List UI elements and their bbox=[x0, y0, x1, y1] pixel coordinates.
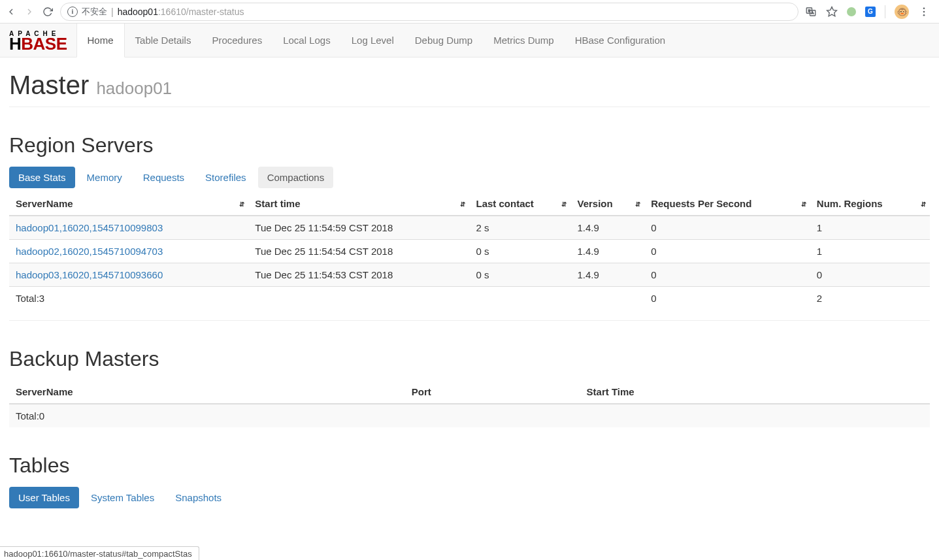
address-bar[interactable]: i 不安全 | hadoop01:16610/master-status bbox=[60, 3, 799, 21]
nav-item-procedures[interactable]: Procedures bbox=[201, 24, 272, 57]
nav-item-debug-dump[interactable]: Debug Dump bbox=[404, 24, 483, 57]
column-header[interactable]: Last contact⇵ bbox=[469, 192, 570, 216]
tab-link[interactable]: User Tables bbox=[9, 487, 79, 508]
table-footer-row: Total:302 bbox=[9, 287, 930, 310]
server-link[interactable]: hadoop03,16020,1545710093660 bbox=[16, 269, 163, 280]
nav-link[interactable]: Table Details bbox=[125, 24, 202, 57]
column-header[interactable]: Num. Regions⇵ bbox=[810, 192, 930, 216]
server-link[interactable]: hadoop02,16020,1545710094703 bbox=[16, 246, 163, 257]
main-navbar: APACHE HBASE HomeTable DetailsProcedures… bbox=[0, 24, 939, 58]
browser-toolbar: i 不安全 | hadoop01:16610/master-status G 🐵 bbox=[0, 0, 939, 24]
address-separator: | bbox=[111, 7, 114, 17]
footer-cell: 2 bbox=[810, 287, 930, 310]
cell-rps: 0 bbox=[644, 263, 810, 287]
page-subtitle: hadoop01 bbox=[96, 78, 172, 98]
cell-last: 0 s bbox=[469, 263, 570, 287]
nav-item-local-logs[interactable]: Local Logs bbox=[272, 24, 341, 57]
brand-logo[interactable]: APACHE HBASE bbox=[0, 24, 76, 57]
nav-link[interactable]: Metrics Dump bbox=[483, 24, 565, 57]
main-content: Master hadoop01 Region Servers Base Stat… bbox=[0, 58, 939, 521]
info-icon[interactable]: i bbox=[67, 7, 78, 17]
tab-link[interactable]: Storefiles bbox=[196, 167, 255, 188]
tables-tabs: User TablesSystem TablesSnapshots bbox=[9, 487, 930, 508]
tab-memory[interactable]: Memory bbox=[78, 167, 134, 188]
region-servers-table: ServerName⇵Start time⇵Last contact⇵Versi… bbox=[9, 192, 930, 310]
nav-link[interactable]: Local Logs bbox=[272, 24, 341, 57]
nav-item-hbase-configuration[interactable]: HBase Configuration bbox=[565, 24, 676, 57]
tab-link[interactable]: Compactions bbox=[258, 167, 334, 188]
url-path: /master-status bbox=[186, 7, 244, 17]
nav-item-table-details[interactable]: Table Details bbox=[125, 24, 202, 57]
back-button[interactable] bbox=[5, 6, 17, 18]
tab-link[interactable]: Base Stats bbox=[9, 167, 75, 188]
cell-start: Tue Dec 25 11:54:54 CST 2018 bbox=[248, 240, 469, 263]
server-link[interactable]: hadoop01,16020,1545710099803 bbox=[16, 222, 163, 233]
cell-last: 2 s bbox=[469, 216, 570, 240]
forward-button[interactable] bbox=[24, 6, 35, 18]
tab-requests[interactable]: Requests bbox=[134, 167, 196, 188]
cell-start: Tue Dec 25 11:54:53 CST 2018 bbox=[248, 263, 469, 287]
tab-user-tables[interactable]: User Tables bbox=[9, 487, 82, 508]
page-title-text: Master bbox=[9, 71, 89, 99]
backup-total-cell: Total:0 bbox=[9, 404, 930, 427]
footer-cell bbox=[570, 287, 644, 310]
svg-marker-2 bbox=[827, 7, 837, 16]
column-header[interactable]: ServerName bbox=[9, 380, 405, 404]
tab-link[interactable]: Memory bbox=[78, 167, 131, 188]
nav-link[interactable]: Procedures bbox=[201, 24, 272, 57]
column-header[interactable]: Version⇵ bbox=[570, 192, 644, 216]
nav-item-home[interactable]: Home bbox=[76, 24, 125, 57]
page-title: Master hadoop01 bbox=[9, 71, 930, 107]
cell-version: 1.4.9 bbox=[570, 240, 644, 263]
menu-icon[interactable] bbox=[918, 6, 930, 18]
column-header[interactable]: Port bbox=[405, 380, 580, 404]
translate-icon[interactable] bbox=[805, 6, 817, 18]
url-port: :16610 bbox=[158, 7, 186, 17]
tab-compactions[interactable]: Compactions bbox=[258, 167, 337, 188]
sort-icon[interactable]: ⇵ bbox=[635, 200, 639, 207]
bookmark-star-icon[interactable] bbox=[826, 6, 838, 18]
tab-link[interactable]: Snapshots bbox=[166, 487, 231, 508]
tables-section: Tables User TablesSystem TablesSnapshots bbox=[9, 453, 930, 508]
cell-last: 0 s bbox=[469, 240, 570, 263]
tab-system-tables[interactable]: System Tables bbox=[82, 487, 166, 508]
sort-icon[interactable]: ⇵ bbox=[460, 200, 464, 207]
cell-regions: 0 bbox=[810, 263, 930, 287]
extension-blue-icon[interactable]: G bbox=[865, 7, 876, 17]
cell-server: hadoop01,16020,1545710099803 bbox=[9, 216, 248, 240]
footer-cell: Total:3 bbox=[9, 287, 248, 310]
column-header[interactable]: ServerName⇵ bbox=[9, 192, 248, 216]
backup-masters-section: Backup Masters ServerNamePortStart Time … bbox=[9, 347, 930, 427]
nav-link[interactable]: Log Level bbox=[341, 24, 404, 57]
column-header[interactable]: Requests Per Second⇵ bbox=[644, 192, 810, 216]
column-header[interactable]: Start Time bbox=[580, 380, 930, 404]
cell-server: hadoop03,16020,1545710093660 bbox=[9, 263, 248, 287]
table-row: hadoop02,16020,1545710094703Tue Dec 25 1… bbox=[9, 240, 930, 263]
extension-green-icon[interactable] bbox=[847, 7, 856, 16]
cell-rps: 0 bbox=[644, 240, 810, 263]
nav-link[interactable]: Debug Dump bbox=[404, 24, 483, 57]
nav-item-log-level[interactable]: Log Level bbox=[341, 24, 404, 57]
tab-storefiles[interactable]: Storefiles bbox=[196, 167, 258, 188]
tab-link[interactable]: System Tables bbox=[82, 487, 163, 508]
cell-version: 1.4.9 bbox=[570, 263, 644, 287]
region-servers-tabs: Base StatsMemoryRequestsStorefilesCompac… bbox=[9, 167, 930, 188]
sort-icon[interactable]: ⇵ bbox=[801, 200, 805, 207]
not-secure-label: 不安全 bbox=[82, 6, 107, 18]
nav-link[interactable]: Home bbox=[76, 24, 125, 58]
tab-snapshots[interactable]: Snapshots bbox=[166, 487, 233, 508]
column-header[interactable]: Start time⇵ bbox=[248, 192, 469, 216]
tab-base-stats[interactable]: Base Stats bbox=[9, 167, 78, 188]
nav-item-metrics-dump[interactable]: Metrics Dump bbox=[483, 24, 565, 57]
profile-avatar-icon[interactable]: 🐵 bbox=[895, 5, 909, 19]
nav-link[interactable]: HBase Configuration bbox=[565, 24, 676, 57]
region-servers-section: Region Servers Base StatsMemoryRequestsS… bbox=[9, 133, 930, 321]
reload-button[interactable] bbox=[42, 6, 54, 18]
address-url: hadoop01:16610/master-status bbox=[118, 7, 244, 17]
table-row: Total:0 bbox=[9, 404, 930, 427]
sort-icon[interactable]: ⇵ bbox=[561, 200, 565, 207]
sort-icon[interactable]: ⇵ bbox=[921, 200, 925, 207]
tables-heading: Tables bbox=[9, 453, 930, 478]
sort-icon[interactable]: ⇵ bbox=[239, 200, 243, 207]
tab-link[interactable]: Requests bbox=[134, 167, 193, 188]
